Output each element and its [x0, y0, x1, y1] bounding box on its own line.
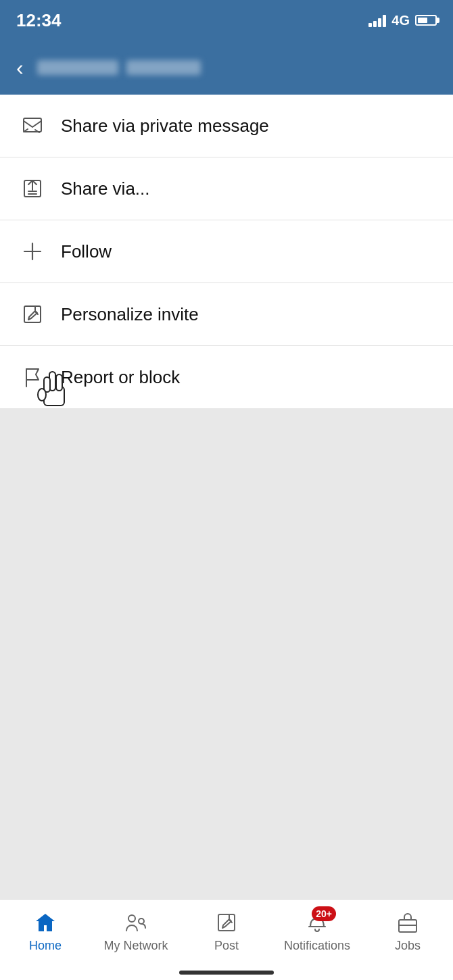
nav-item-notifications[interactable]: 20+ Notifications [272, 908, 362, 953]
notification-badge: 20+ [312, 906, 336, 921]
svg-point-11 [139, 918, 144, 924]
back-button[interactable]: ‹ [16, 57, 24, 78]
home-icon [33, 910, 57, 935]
nav-item-home[interactable]: Home [0, 908, 91, 953]
nav-label-post: Post [214, 939, 239, 953]
signal-bars-icon [368, 14, 386, 27]
svg-rect-6 [49, 372, 55, 391]
svg-rect-8 [44, 377, 50, 392]
post-icon [214, 910, 239, 935]
header-title [37, 60, 201, 75]
network-label: 4G [391, 13, 410, 28]
message-share-icon [20, 114, 45, 138]
menu-item-report-block[interactable]: Report or block [0, 346, 453, 408]
share-icon [20, 176, 45, 201]
menu-label-share-via: Share via... [61, 178, 150, 199]
menu-label-share-private: Share via private message [61, 116, 269, 137]
menu-label-report-block: Report or block [61, 367, 180, 388]
battery-icon [415, 15, 437, 26]
svg-point-9 [38, 389, 46, 401]
nav-label-home: Home [29, 939, 62, 953]
menu-item-share-private[interactable]: Share via private message [0, 95, 453, 157]
follow-icon [20, 239, 45, 264]
menu-item-share-via[interactable]: Share via... [0, 157, 453, 220]
my-network-icon [124, 910, 148, 935]
nav-item-jobs[interactable]: Jobs [362, 908, 453, 953]
nav-item-my-network[interactable]: My Network [91, 908, 181, 953]
nav-item-post[interactable]: Post [181, 908, 272, 953]
bottom-nav: Home My Network Post [0, 899, 453, 980]
jobs-icon [396, 910, 420, 935]
menu-list: Share via private message Share via... F… [0, 95, 453, 408]
menu-item-personalize-invite[interactable]: Personalize invite [0, 283, 453, 346]
status-icons: 4G [368, 13, 437, 28]
menu-label-personalize-invite: Personalize invite [61, 304, 199, 325]
menu-label-follow: Follow [61, 241, 112, 262]
notifications-icon: 20+ [305, 910, 329, 935]
status-time: 12:34 [16, 10, 62, 31]
nav-label-notifications: Notifications [284, 939, 350, 953]
edit-invite-icon [20, 302, 45, 326]
header-bar: ‹ [0, 41, 453, 95]
svg-point-10 [128, 915, 135, 922]
home-indicator [179, 971, 274, 975]
status-bar: 12:34 4G [0, 0, 453, 41]
nav-label-jobs: Jobs [395, 939, 421, 953]
svg-rect-5 [44, 387, 64, 406]
flag-icon [20, 365, 45, 389]
menu-item-follow[interactable]: Follow [0, 220, 453, 283]
nav-label-my-network: My Network [103, 939, 168, 953]
